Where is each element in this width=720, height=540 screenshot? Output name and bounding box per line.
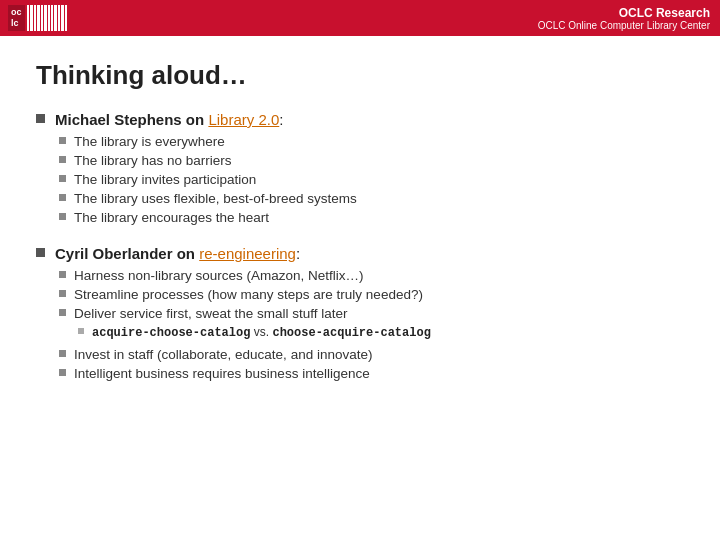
code-item: acquire-choose-catalog vs. choose-acquir…: [92, 325, 431, 340]
list-item: Streamline processes (how many steps are…: [55, 287, 684, 302]
code-text-1: acquire-choose-catalog: [92, 326, 250, 340]
bullet-icon: [36, 114, 45, 123]
michael-suffix: :: [279, 111, 283, 128]
oclc-logo: oclc: [8, 5, 67, 31]
list-item: Deliver service first, sweat the small s…: [55, 306, 684, 343]
main-list: Michael Stephens on Library 2.0: The lib…: [36, 111, 684, 385]
sub-bullet-icon: [59, 213, 66, 220]
item-text: The library is everywhere: [74, 134, 225, 149]
section-michael-heading: Michael Stephens on Library 2.0:: [55, 111, 283, 128]
deliver-item: Deliver service first, sweat the small s…: [74, 306, 431, 343]
item-text: Harness non-library sources (Amazon, Net…: [74, 268, 364, 283]
list-item: Harness non-library sources (Amazon, Net…: [55, 268, 684, 283]
list-item: acquire-choose-catalog vs. choose-acquir…: [74, 325, 431, 340]
section-michael: Michael Stephens on Library 2.0: The lib…: [55, 111, 684, 229]
list-item: The library encourages the heart: [55, 210, 684, 225]
sub-bullet-icon: [59, 137, 66, 144]
list-item: Invest in staff (collaborate, educate, a…: [55, 347, 684, 362]
michael-intro: Michael Stephens on: [55, 111, 208, 128]
cyril-sub-list: Harness non-library sources (Amazon, Net…: [55, 268, 684, 381]
library2-link[interactable]: Library 2.0: [208, 111, 279, 128]
list-item: The library uses flexible, best-of-breed…: [55, 191, 684, 206]
sub-bullet-icon: [59, 369, 66, 376]
item-text: The library invites participation: [74, 172, 256, 187]
item-text: The library encourages the heart: [74, 210, 269, 225]
item-text: Invest in staff (collaborate, educate, a…: [74, 347, 372, 362]
logo-letters: oclc: [8, 5, 25, 31]
list-item: The library is everywhere: [55, 134, 684, 149]
header-title: OCLC Research: [538, 6, 710, 20]
page-title: Thinking aloud…: [36, 60, 684, 91]
code-text-2: choose-acquire-catalog: [272, 326, 430, 340]
list-item: Michael Stephens on Library 2.0: The lib…: [36, 111, 684, 229]
section-cyril-heading: Cyril Oberlander on re-engineering:: [55, 245, 300, 262]
list-item: Intelligent business requires business i…: [55, 366, 684, 381]
section-cyril: Cyril Oberlander on re-engineering: Harn…: [55, 245, 684, 385]
header-subtitle: OCLC Online Computer Library Center: [538, 20, 710, 31]
vs-text: vs.: [250, 325, 272, 339]
list-item: The library has no barriers: [55, 153, 684, 168]
page-header: oclc OCLC Research OCLC Online Computer …: [0, 0, 720, 36]
deliver-sub-list: acquire-choose-catalog vs. choose-acquir…: [74, 325, 431, 340]
list-item: The library invites participation: [55, 172, 684, 187]
sub-bullet-icon: [59, 156, 66, 163]
list-item: Cyril Oberlander on re-engineering: Harn…: [36, 245, 684, 385]
sub-bullet-icon: [59, 309, 66, 316]
item-text: The library uses flexible, best-of-breed…: [74, 191, 357, 206]
michael-sub-list: The library is everywhere The library ha…: [55, 134, 684, 225]
sub-bullet-icon: [59, 194, 66, 201]
sub-bullet-icon: [59, 350, 66, 357]
sub-bullet-icon: [59, 175, 66, 182]
item-text: Streamline processes (how many steps are…: [74, 287, 423, 302]
main-content: Thinking aloud… Michael Stephens on Libr…: [0, 36, 720, 417]
item-text: The library has no barriers: [74, 153, 232, 168]
logo-barcode: [27, 5, 67, 31]
sub-bullet-icon: [59, 271, 66, 278]
item-text: Intelligent business requires business i…: [74, 366, 370, 381]
bullet-icon: [36, 248, 45, 257]
reengineering-link[interactable]: re-engineering: [199, 245, 296, 262]
cyril-intro: Cyril Oberlander on: [55, 245, 199, 262]
sub-bullet-icon: [59, 290, 66, 297]
item-text: Deliver service first, sweat the small s…: [74, 306, 348, 321]
sub-sub-bullet-icon: [78, 328, 84, 334]
cyril-suffix: :: [296, 245, 300, 262]
header-text: OCLC Research OCLC Online Computer Libra…: [538, 6, 710, 31]
